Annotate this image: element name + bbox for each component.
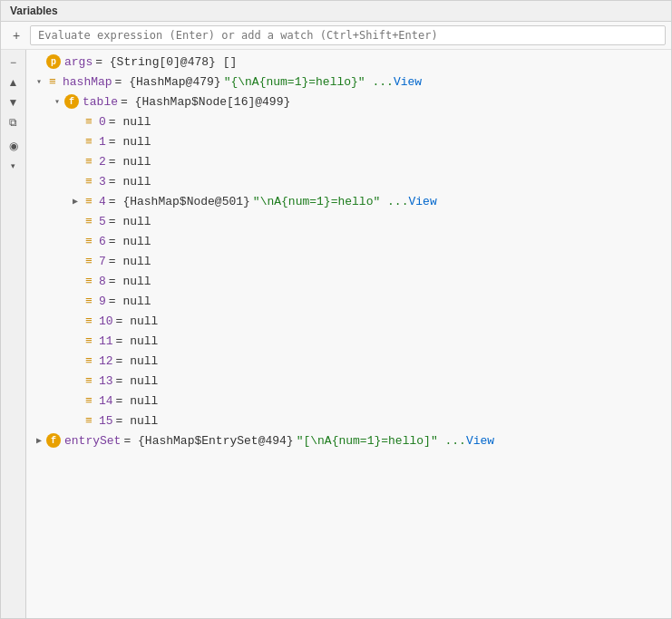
- variable-row-idx14[interactable]: ≡14 = null: [26, 391, 671, 411]
- expander-spacer: [68, 393, 83, 408]
- variable-row-idx6[interactable]: ≡6 = null: [26, 231, 671, 251]
- variable-name: 13: [99, 374, 113, 388]
- expander-spacer: [68, 334, 83, 348]
- view-link[interactable]: View: [394, 75, 422, 89]
- expander-spacer: [68, 254, 83, 268]
- field-icon: ≡: [83, 175, 95, 188]
- variable-name: args: [64, 55, 93, 69]
- field-lines-icon: ≡: [85, 156, 93, 168]
- variable-row-idx3[interactable]: ≡3 = null: [26, 171, 671, 191]
- expander-spacer: [68, 373, 83, 388]
- variable-row-args[interactable]: pargs = {String[0]@478} []: [26, 52, 671, 72]
- field-icon: ≡: [83, 374, 95, 387]
- eye-button[interactable]: ◉: [5, 137, 23, 155]
- variable-value-ref: = null: [116, 334, 159, 348]
- variable-value-ref: = null: [109, 115, 151, 129]
- expander-icon[interactable]: ▶: [68, 194, 83, 208]
- variable-row-idx11[interactable]: ≡11 = null: [26, 331, 671, 351]
- variable-row-idx10[interactable]: ≡10 = null: [26, 311, 671, 331]
- variable-name: 6: [99, 235, 106, 248]
- variable-value-ref: = null: [109, 155, 151, 169]
- variable-value-ref: = null: [116, 374, 159, 388]
- expander-spacer: [68, 114, 83, 129]
- variable-row-entrySet[interactable]: ▶fentrySet = {HashMap$EntrySet@494} "[\n…: [26, 430, 671, 450]
- type-badge-f: f: [46, 433, 61, 448]
- variable-name: 4: [99, 195, 106, 208]
- field-icon: ≡: [83, 135, 95, 148]
- expander-spacer: [68, 154, 83, 169]
- field-lines-icon: ≡: [85, 295, 93, 307]
- variable-row-hashMap[interactable]: ▾≡hashMap = {HashMap@479} "{\nA{num=1}=h…: [26, 72, 671, 92]
- toolbar: +: [1, 22, 671, 50]
- variable-name: 7: [99, 255, 106, 268]
- variable-row-idx4[interactable]: ▶≡4 = {HashMap$Node@501} "\nA{num=1}=hel…: [26, 191, 671, 211]
- panel-title: Variables: [1, 1, 671, 22]
- field-lines-icon: ≡: [85, 315, 93, 327]
- variable-name: 10: [99, 314, 113, 328]
- variables-panel: Variables + − ▲ ▼ ⧉ ◉ ▾ pargs = {String[…: [0, 0, 672, 619]
- variable-row-idx1[interactable]: ≡1 = null: [26, 131, 671, 151]
- variable-row-idx0[interactable]: ≡0 = null: [26, 111, 671, 131]
- variable-value-ref: = null: [109, 295, 151, 308]
- field-lines-icon: ≡: [85, 355, 93, 367]
- variable-row-idx15[interactable]: ≡15 = null: [26, 411, 671, 430]
- remove-button[interactable]: −: [5, 53, 23, 72]
- expander-icon[interactable]: ▶: [32, 433, 46, 448]
- field-icon: ≡: [83, 195, 95, 208]
- variable-row-idx13[interactable]: ≡13 = null: [26, 371, 671, 391]
- evaluate-expression-input[interactable]: [30, 25, 666, 45]
- field-lines-icon: ≡: [85, 236, 93, 247]
- variable-value-ref: = {HashMap$EntrySet@494}: [123, 434, 293, 448]
- variable-row-idx9[interactable]: ≡9 = null: [26, 291, 671, 311]
- variable-name: 11: [99, 334, 113, 348]
- variable-row-idx7[interactable]: ≡7 = null: [26, 251, 671, 271]
- variable-row-idx2[interactable]: ≡2 = null: [26, 151, 671, 171]
- variable-name: 2: [99, 155, 106, 169]
- expander-icon[interactable]: ▾: [32, 74, 46, 89]
- variable-value-ref: = null: [109, 135, 151, 149]
- expander-spacer: [68, 413, 83, 428]
- down-button[interactable]: ▼: [5, 93, 23, 111]
- add-watch-button[interactable]: +: [6, 25, 26, 45]
- field-icon: ≡: [83, 314, 95, 327]
- variable-name: entrySet: [64, 434, 121, 448]
- variable-row-idx12[interactable]: ≡12 = null: [26, 351, 671, 371]
- expander-spacer: [68, 134, 83, 149]
- variable-name: 8: [99, 275, 106, 288]
- field-icon: ≡: [83, 115, 95, 128]
- field-lines-icon: ≡: [85, 415, 93, 427]
- view-link[interactable]: View: [408, 195, 436, 208]
- up-button[interactable]: ▲: [5, 73, 23, 92]
- view-link[interactable]: View: [466, 434, 494, 448]
- field-icon: ≡: [83, 235, 95, 247]
- field-lines-icon: ≡: [85, 176, 93, 188]
- variable-name: 9: [99, 295, 106, 308]
- side-toolbar: − ▲ ▼ ⧉ ◉ ▾: [1, 50, 26, 618]
- field-icon: ≡: [83, 354, 95, 367]
- field-icon: ≡: [83, 334, 95, 347]
- variable-value-ref: = {HashMap$Node[16]@499}: [121, 95, 290, 109]
- variable-value-ref: = null: [109, 215, 151, 228]
- field-lines-icon: ≡: [85, 395, 93, 407]
- expander-icon[interactable]: ▾: [50, 94, 64, 109]
- variable-value-ref: = null: [116, 314, 159, 328]
- variable-name: 0: [99, 115, 106, 129]
- field-lines-icon: ≡: [85, 216, 93, 227]
- variable-name: 14: [99, 394, 113, 408]
- variable-row-table[interactable]: ▾ftable = {HashMap$Node[16]@499}: [26, 92, 671, 111]
- expander-spacer: [68, 214, 83, 228]
- variable-string-value: "[\nA{num=1}=hello]" ...: [297, 434, 466, 448]
- expander-spacer: [68, 274, 83, 288]
- variable-name: 12: [99, 354, 113, 368]
- variable-row-idx5[interactable]: ≡5 = null: [26, 211, 671, 231]
- eye-dropdown-button[interactable]: ▾: [5, 157, 23, 175]
- variable-value-ref: = {HashMap@479}: [115, 75, 221, 89]
- field-lines-icon: ≡: [85, 335, 93, 347]
- variable-value-ref: = {HashMap$Node@501}: [109, 195, 250, 208]
- copy-button[interactable]: ⧉: [5, 113, 23, 131]
- variable-name: 3: [99, 175, 106, 189]
- variables-list: pargs = {String[0]@478} []▾≡hashMap = {H…: [26, 50, 671, 618]
- field-lines-icon: ≡: [49, 76, 56, 88]
- field-icon: ≡: [46, 75, 59, 88]
- variable-row-idx8[interactable]: ≡8 = null: [26, 271, 671, 291]
